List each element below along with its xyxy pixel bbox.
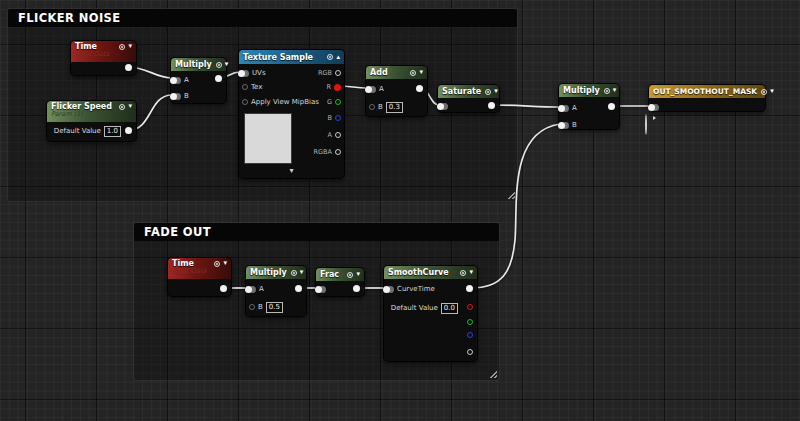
preview-toggle-icon[interactable] bbox=[291, 270, 297, 276]
node-time-flicker[interactable]: Time ▾ Input Data bbox=[70, 40, 137, 76]
node-title: OUT_SMOOTHOUT_MASK bbox=[653, 87, 757, 96]
input-row-b: B bbox=[562, 120, 616, 130]
preview-toggle-icon[interactable] bbox=[604, 88, 610, 94]
chevron-down-icon[interactable]: ▾ bbox=[223, 260, 227, 267]
chevron-down-icon[interactable]: ▾ bbox=[469, 269, 473, 276]
node-multiply-3[interactable]: Multiply ▾ A B 0.5 bbox=[245, 265, 307, 317]
node-flicker-speed-param[interactable]: Flicker Speed ▾ Param (1) Default Value … bbox=[46, 100, 137, 142]
wire-endpoint bbox=[170, 77, 177, 84]
output-pin-r[interactable] bbox=[467, 304, 473, 310]
output-pin[interactable] bbox=[295, 285, 302, 292]
texture-preview[interactable] bbox=[244, 113, 292, 164]
preview-toggle-icon[interactable] bbox=[327, 54, 333, 60]
comment-title: FADE OUT bbox=[144, 225, 211, 239]
input-pin-b[interactable] bbox=[369, 104, 375, 110]
chevron-down-icon[interactable]: ▾ bbox=[494, 88, 498, 95]
default-value-row: Default Value 1.0 bbox=[50, 126, 133, 136]
node-out-smoothout-mask[interactable]: OUT_SMOOTHOUT_MASK ▾ bbox=[648, 84, 766, 112]
node-title: Multiply bbox=[175, 60, 212, 69]
chevron-down-icon[interactable]: ▾ bbox=[128, 43, 132, 50]
output-pin-a[interactable] bbox=[335, 132, 341, 138]
input-row-b: B bbox=[174, 91, 223, 101]
default-value-row: Default Value 0.0 bbox=[387, 303, 474, 313]
node-subtitle: Input Data bbox=[75, 51, 132, 58]
wire-endpoint bbox=[245, 286, 252, 293]
input-row-curvetime: CurveTime bbox=[387, 284, 474, 294]
preview-toggle-icon[interactable] bbox=[119, 44, 125, 50]
preview-toggle-icon[interactable] bbox=[119, 104, 125, 110]
node-multiply-1[interactable]: Multiply ▾ A B bbox=[170, 57, 227, 104]
node-texture-sample[interactable]: Texture Sample ▴ UVs Tex Apply View MipB… bbox=[238, 49, 345, 179]
preview-toggle-icon[interactable] bbox=[410, 70, 416, 76]
output-pin[interactable] bbox=[215, 75, 222, 82]
b-value-input[interactable]: 0.3 bbox=[386, 102, 403, 113]
comment-header-fade-out[interactable]: FADE OUT bbox=[134, 223, 499, 241]
output-pin-rgb[interactable] bbox=[335, 70, 341, 76]
output-row-rgb: RGB bbox=[242, 68, 341, 78]
node-title: Multiply bbox=[563, 86, 600, 95]
node-smoothcurve[interactable]: SmoothCurve ▾ CurveTime Default Value 0.… bbox=[383, 265, 478, 362]
output-pin[interactable] bbox=[125, 64, 132, 71]
resize-handle-icon[interactable] bbox=[505, 189, 515, 199]
output-pin-g[interactable] bbox=[467, 319, 473, 325]
preview-toggle-icon[interactable] bbox=[485, 89, 491, 95]
output-pin-b[interactable] bbox=[335, 115, 341, 121]
node-title: Saturate bbox=[442, 87, 481, 96]
wire-endpoint bbox=[365, 86, 372, 93]
wire-endpoint bbox=[437, 103, 444, 110]
default-value-input[interactable]: 0.0 bbox=[441, 303, 458, 314]
wire-endpoint bbox=[558, 122, 565, 129]
node-frac[interactable]: Frac ▾ bbox=[315, 267, 365, 297]
node-title: Frac bbox=[320, 270, 343, 279]
output-pin-rgba[interactable] bbox=[335, 149, 341, 155]
b-value-input[interactable]: 0.5 bbox=[266, 302, 283, 313]
material-graph-canvas[interactable]: FLICKER NOISE FADE OUT Time bbox=[0, 0, 800, 421]
output-pin[interactable] bbox=[488, 102, 495, 109]
chevron-up-icon[interactable]: ▴ bbox=[336, 54, 340, 61]
comment-header-flicker-noise[interactable]: FLICKER NOISE bbox=[8, 9, 517, 27]
node-saturate[interactable]: Saturate ▾ bbox=[437, 84, 500, 113]
preview-toggle-icon[interactable] bbox=[216, 62, 222, 68]
result-output-pin[interactable] bbox=[645, 114, 647, 135]
chevron-down-icon[interactable]: ▾ bbox=[613, 87, 617, 94]
chevron-down-icon[interactable]: ▾ bbox=[300, 269, 304, 276]
wire-endpoint bbox=[648, 104, 655, 111]
node-multiply-2[interactable]: Multiply ▾ A B bbox=[558, 83, 620, 130]
input-pin-b[interactable] bbox=[249, 304, 255, 310]
chevron-down-icon[interactable]: ▾ bbox=[770, 88, 774, 95]
node-title: Add bbox=[370, 68, 406, 77]
wire-endpoint bbox=[315, 286, 322, 293]
output-pin[interactable] bbox=[353, 285, 360, 292]
output-pin[interactable] bbox=[220, 285, 227, 292]
output-pin-result[interactable] bbox=[466, 285, 473, 292]
chevron-down-icon[interactable]: ▾ bbox=[239, 167, 344, 175]
preview-toggle-icon[interactable] bbox=[214, 261, 220, 267]
output-row-g: G bbox=[242, 97, 341, 107]
chevron-down-icon[interactable]: ▾ bbox=[128, 103, 132, 110]
node-title: SmoothCurve bbox=[388, 268, 456, 277]
input-row-b: B 0.5 bbox=[249, 302, 303, 312]
output-pin[interactable] bbox=[125, 127, 132, 134]
input-row bbox=[652, 102, 762, 112]
node-subtitle: Input Data bbox=[172, 268, 227, 275]
default-value-input[interactable]: 1.0 bbox=[104, 126, 121, 137]
node-subtitle: Param (1) bbox=[51, 111, 132, 118]
output-pin[interactable] bbox=[608, 103, 615, 110]
node-time-fade[interactable]: Time ▾ Input Data bbox=[167, 257, 232, 297]
comment-title: FLICKER NOISE bbox=[18, 11, 121, 25]
node-title: Texture Sample bbox=[243, 53, 323, 62]
output-pin-g[interactable] bbox=[335, 99, 341, 105]
output-pin-b[interactable] bbox=[467, 332, 473, 338]
output-pin[interactable] bbox=[416, 85, 423, 92]
preview-toggle-icon[interactable] bbox=[460, 270, 466, 276]
chevron-down-icon[interactable]: ▾ bbox=[419, 69, 423, 76]
node-add[interactable]: Add ▾ A B 0.3 bbox=[365, 65, 428, 117]
chevron-down-icon[interactable]: ▾ bbox=[225, 61, 229, 68]
wire-endpoint bbox=[170, 93, 177, 100]
preview-toggle-icon[interactable] bbox=[347, 272, 353, 278]
output-pin-a[interactable] bbox=[467, 349, 473, 355]
chevron-down-icon[interactable]: ▾ bbox=[356, 271, 360, 278]
resize-handle-icon[interactable] bbox=[487, 368, 497, 378]
preview-toggle-icon[interactable] bbox=[761, 89, 767, 95]
output-pin-r[interactable] bbox=[334, 84, 341, 91]
